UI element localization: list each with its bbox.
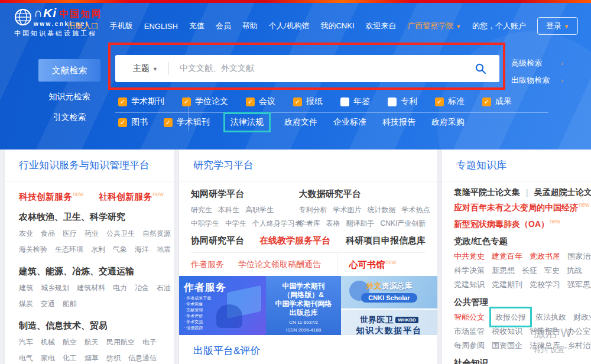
industry-link[interactable]: 石油 [157,284,171,292]
research-link[interactable]: 表格 [326,219,340,228]
industry-link[interactable]: 医疗 [63,229,77,238]
topic-link[interactable]: 党政书屋 [530,252,560,261]
filter-item[interactable]: ✓会议 [246,96,275,107]
research-link[interactable]: CNKI产业创新 [381,219,426,228]
filter-item[interactable]: ✓报纸 [293,96,323,107]
industry-link[interactable]: 水利 [91,245,105,254]
topic-link[interactable]: 抗战 [567,266,582,275]
search-input[interactable]: 中文文献、外文文献 [180,63,475,74]
industry-link[interactable]: 地震 [157,245,171,254]
search-icon[interactable] [475,63,486,74]
industry-link[interactable]: 电气 [19,354,33,362]
platform-link[interactable]: 科研项目申报信息库 [346,235,426,246]
topic-link[interactable]: 每周参阅 [454,341,485,350]
industry-link[interactable]: 船舶 [63,300,77,308]
topic-link[interactable]: 法律总库 [530,341,560,350]
filter-item[interactable]: ✓学术期刊 [118,96,164,107]
author-service-link[interactable]: 学位论文领取稿酬通告 [238,259,321,270]
industry-link[interactable]: 建筑材料 [77,284,105,292]
research-link[interactable]: 高职学生 [245,206,274,214]
industry-link[interactable]: 电子 [142,338,157,346]
industry-link[interactable]: 药业 [85,229,99,238]
industry-link[interactable]: 交通 [41,300,55,308]
filter-item[interactable]: 专利 [388,96,417,107]
research-link[interactable]: 学术热点 [402,206,430,214]
author-service-link[interactable]: 作者服务 [191,259,224,270]
industry-link[interactable]: 公共卫生 [106,229,135,238]
topic-link[interactable]: 党建知识 [454,280,485,289]
research-link[interactable]: 专利分析 [299,206,327,214]
nav-item[interactable]: 我的CNKI [320,21,354,31]
research-link[interactable]: 研究生 [191,206,212,214]
industry-link[interactable]: 冶金 [135,284,149,292]
industry-link[interactable]: 家电 [41,354,55,362]
checkbox-checked[interactable]: ✓ [246,98,255,106]
research-link[interactable]: 翻译助手 [346,219,375,228]
platform-link[interactable]: 协同研究平台 [191,235,244,246]
topic-link[interactable]: 新思想 [492,266,515,275]
checkbox-checked[interactable]: ✓ [164,118,173,127]
topic-link[interactable]: 国资国企 [492,341,522,350]
industry-link[interactable]: 自然资源 [142,229,171,238]
topic-link[interactable]: 国家治理 [567,252,591,261]
topic-link[interactable]: 中共党史 [454,252,485,261]
research-link[interactable]: 中学生 [225,219,246,228]
featured-service-link[interactable]: 社科创新服务new [99,191,163,203]
filter-item[interactable]: 科技报告 [382,117,415,128]
industry-link[interactable]: 煤炭 [19,300,33,308]
nav-item[interactable]: ENGLISH [144,22,178,31]
industry-link[interactable]: 航天 [85,338,99,346]
bookstore-link[interactable]: 心可书馆new [349,259,396,271]
academician-collection-link[interactable]: 袁隆平院士论文集 [454,187,520,197]
nav-item[interactable]: 充值 [189,21,204,31]
featured-topic-link[interactable]: 新型冠状病毒肺炎（OA）new [454,214,583,231]
filter-item[interactable]: ✓图书 [118,117,148,128]
filter-item[interactable]: ✓学位论文 [182,96,228,107]
industry-link[interactable]: 农业 [19,229,33,238]
topic-link[interactable]: 市场监管 [454,327,485,336]
topic-link[interactable]: 办公室业务 [567,327,591,336]
topic-link[interactable]: 智库报告 [530,327,560,336]
nav-item[interactable]: 会员 [216,21,231,31]
research-link[interactable]: 本科生 [218,206,239,214]
checkbox-checked[interactable]: ✓ [293,98,302,106]
industry-link[interactable]: 机械 [41,338,55,346]
checkbox-checked[interactable]: ✓ [482,98,491,106]
cnki-scholar-banner[interactable]: 外文资源总库 CNKI Scholar [341,276,437,308]
publication-search-link[interactable]: 出版物检索› [511,75,563,86]
industry-link[interactable]: 化工 [63,354,77,362]
org-selector[interactable]: 广西警察学院 ▼ [408,21,462,31]
author-service-banner[interactable]: 作者服务 · 作者成果下载· 学术画像· 文献管理· 学术评价· 学术交流· 情… [179,276,266,342]
industry-link[interactable]: 海关检验 [19,245,47,254]
industry-link[interactable]: 生态环境 [55,245,83,254]
industry-link[interactable]: 信息通信 [128,354,157,362]
checkbox-checked[interactable]: ✓ [118,98,127,106]
checkbox-unchecked[interactable] [340,98,349,106]
research-link[interactable]: 学者库 [299,219,320,228]
topic-link[interactable]: 党校学习 [530,280,560,289]
platform-heading[interactable]: 大数据研究平台 [299,188,426,200]
platform-link[interactable]: 在线教学服务平台 [259,235,330,246]
nav-item[interactable]: 手机版 [110,21,133,31]
industry-link[interactable]: 城乡规划 [41,284,69,292]
platform-heading[interactable]: 知网研学平台 [191,188,299,200]
filter-item[interactable]: ✓标准 [435,96,465,107]
filter-item[interactable]: ✓学术辑刊 [164,117,210,128]
checkbox-checked[interactable]: ✓ [118,118,127,127]
tab-literature-search[interactable]: 文献检索 [38,59,100,82]
industry-link[interactable]: 烟草 [85,354,99,362]
checkbox-unchecked[interactable] [388,98,397,106]
filter-item[interactable]: 年鉴 [340,96,370,107]
featured-topic-link[interactable]: 应对百年未有之大变局的中国经济new [454,198,583,214]
industry-link[interactable]: 气象 [113,245,127,254]
industry-link[interactable]: 建筑 [19,284,33,292]
filter-item[interactable]: 政府采购 [431,117,465,128]
journal-database-banner[interactable]: 中国学术期刊（网络版）&中国学术期刊网络出版总库 CN 11-6037/z IS… [266,276,341,342]
industry-link[interactable]: 电力 [113,284,127,292]
checkbox-checked[interactable]: ✓ [182,98,191,106]
filter-item-highlighted[interactable]: 法律法规 [223,112,271,132]
industry-link[interactable]: 纺织 [106,354,121,362]
industry-link[interactable]: 汽车 [19,338,33,346]
topic-link[interactable]: 科学决策 [454,266,485,275]
nav-item[interactable]: 旧版入口 [68,21,99,31]
